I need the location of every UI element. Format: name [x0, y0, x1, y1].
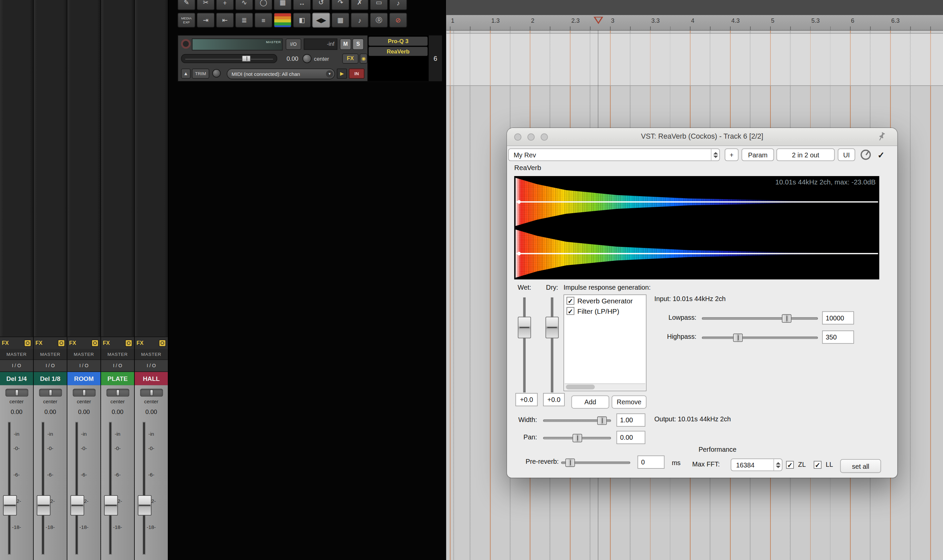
strip-pan-slider[interactable] [39, 389, 62, 397]
strip-pan-slider[interactable] [106, 389, 129, 397]
channel-config-button[interactable]: 2 in 2 out [776, 148, 835, 161]
mic-disable-button[interactable]: ⊘ [389, 13, 407, 28]
prereverb-value-input[interactable]: 0 [637, 455, 664, 469]
vst-titlebar[interactable]: VST: ReaVerb (Cockos) - Track 6 [2/2] [507, 128, 897, 146]
track-meter[interactable]: MASTER [192, 38, 283, 51]
scrollbar-thumb[interactable] [566, 385, 594, 389]
toolbar-add-button[interactable]: + [216, 0, 234, 10]
io-button[interactable]: I/O [286, 38, 301, 50]
strip-fader-handle[interactable] [138, 495, 151, 515]
trim-knob[interactable] [212, 69, 221, 77]
crossfade-tool-button[interactable]: ◀▶ [312, 13, 330, 28]
module-row[interactable]: ✓ Filter (LP/HP) [564, 305, 646, 316]
dry-db-input[interactable]: +0.0 [543, 393, 565, 406]
monitor-button[interactable]: ▶ [337, 69, 347, 79]
strip-io-button[interactable]: I / O [67, 359, 100, 372]
horizontal-scrollbar[interactable] [565, 383, 645, 390]
strip-io-button[interactable]: I / O [34, 359, 67, 372]
wet-db-input[interactable]: +0.0 [515, 393, 538, 406]
strip-name-label[interactable]: Del 1/8 [34, 372, 67, 385]
strip-pan-slider[interactable] [140, 389, 162, 397]
toolbar-grid-button[interactable]: ▦ [273, 0, 292, 10]
input-tag[interactable]: IN [349, 69, 364, 79]
strip-pan-slider[interactable] [73, 389, 95, 397]
toolbar-envelope-button[interactable]: ∿ [235, 0, 253, 10]
zl-checkbox[interactable]: ✓ [786, 461, 794, 468]
set-all-button[interactable]: set all [840, 459, 881, 473]
lowpass-slider-handle[interactable] [782, 314, 792, 323]
strip-fader-handle[interactable] [104, 495, 118, 515]
prereverb-slider-handle[interactable] [565, 458, 575, 467]
preset-combobox[interactable]: My Rev [508, 148, 720, 161]
fx-power-button[interactable]: ◉ [360, 54, 367, 64]
add-preset-button[interactable]: + [725, 148, 738, 161]
fx-power-icon[interactable] [125, 340, 133, 347]
wet-fader-handle[interactable] [518, 317, 531, 338]
dry-fader[interactable] [545, 297, 559, 392]
spectrogram-display[interactable]: 10.01s 44kHz 2ch, max: -23.0dB [514, 176, 880, 279]
strip-fx-button[interactable]: FX [35, 340, 42, 346]
fx-power-icon[interactable] [91, 340, 99, 347]
fx-power-icon[interactable] [159, 340, 166, 347]
item-list-button[interactable]: ≣ [235, 13, 253, 28]
toolbar-redo-button[interactable]: ↷ [331, 0, 349, 10]
dry-fader-handle[interactable] [545, 317, 559, 338]
toolbar-close-button[interactable]: ✗ [351, 0, 369, 10]
pan-value-input[interactable]: 0.00 [616, 431, 645, 445]
strip-name-label[interactable]: Del 1/4 [0, 372, 33, 385]
midi-input-select[interactable]: MIDI (not connected): All chan ▾ [227, 69, 335, 79]
track-6-lane[interactable] [446, 33, 943, 86]
width-slider[interactable] [543, 416, 611, 425]
strip-io-button[interactable]: I / O [101, 359, 134, 372]
module-checkbox[interactable]: ✓ [566, 297, 574, 305]
highpass-slider[interactable] [702, 334, 818, 342]
param-button[interactable]: Param [742, 148, 774, 161]
draw-tool-button[interactable]: ◧ [293, 13, 311, 28]
zoom-button[interactable] [541, 133, 548, 141]
fx-power-icon[interactable] [58, 340, 65, 347]
fx-chain-item[interactable]: Pro-Q 3 [369, 37, 428, 46]
strip-name-label[interactable]: PLATE [101, 372, 134, 385]
module-row[interactable]: ✓ Reverb Generator [564, 295, 646, 305]
plugin-enabled-checkbox[interactable]: ✓ [875, 149, 887, 161]
envelope-button[interactable]: ▲ [181, 69, 191, 79]
wet-fader[interactable] [518, 297, 531, 392]
theme-colors-button[interactable] [273, 13, 292, 28]
strip-name-label[interactable]: HALL [135, 372, 168, 385]
pan-slider-handle[interactable] [572, 434, 582, 442]
strip-fx-button[interactable]: FX [136, 340, 144, 346]
prereverb-slider[interactable] [561, 458, 630, 467]
lowpass-slider[interactable] [702, 314, 818, 323]
fx-button[interactable]: FX [342, 54, 358, 64]
render-button[interactable]: Ⓡ [370, 13, 388, 28]
add-module-button[interactable]: Add [571, 395, 609, 409]
delete-list-button[interactable]: ≡ [255, 13, 273, 28]
ui-button[interactable]: UI [838, 148, 855, 161]
toolbar-cut-button[interactable]: ✂ [197, 0, 215, 10]
strip-fader-handle[interactable] [70, 495, 84, 515]
ll-checkbox[interactable]: ✓ [813, 461, 821, 468]
toolbar-note-button[interactable]: ♪ [389, 0, 407, 10]
pan-knob[interactable] [303, 54, 312, 63]
fx-power-icon[interactable] [24, 340, 31, 347]
strip-fader-handle[interactable] [3, 495, 17, 515]
toolbar-pencil-button[interactable]: ✎ [177, 0, 196, 10]
width-value-input[interactable]: 1.00 [616, 413, 645, 427]
toolbar-rect-button[interactable]: ▭ [370, 0, 388, 10]
wet-knob-icon[interactable] [861, 150, 871, 160]
close-button[interactable] [514, 133, 522, 141]
strip-fx-button[interactable]: FX [69, 340, 76, 346]
strip-io-button[interactable]: I / O [0, 359, 33, 372]
minimize-button[interactable] [527, 133, 535, 141]
highpass-slider-handle[interactable] [733, 334, 743, 342]
media-explorer-button[interactable]: MEDIA EXP [177, 13, 196, 28]
strip-io-button[interactable]: I / O [135, 359, 168, 372]
toolbar-arrows-button[interactable]: ↔ [293, 0, 311, 10]
maxfft-combobox[interactable]: 16384 [731, 458, 782, 471]
midi-editor-button[interactable]: ♪ [351, 13, 369, 28]
pan-slider[interactable] [543, 434, 611, 442]
grid-settings-button[interactable]: ▦ [331, 13, 349, 28]
trim-button[interactable]: TRIM [192, 69, 209, 79]
fx-chain-item[interactable]: ReaVerb [369, 47, 428, 56]
toolbar-undo-button[interactable]: ↺ [312, 0, 330, 10]
